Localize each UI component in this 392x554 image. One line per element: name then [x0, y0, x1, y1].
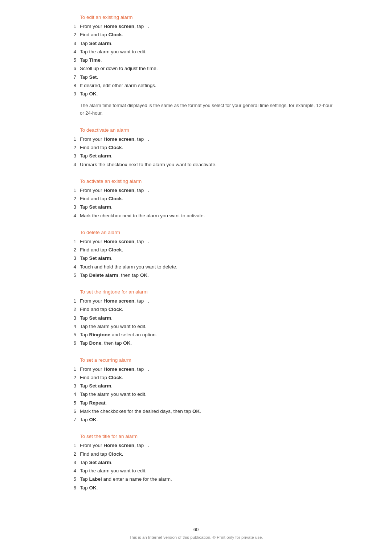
step-text: Tap Label and enter a name for the alarm… [80, 476, 334, 483]
list-item: 2 Find and tap Clock. [58, 374, 334, 381]
step-text: Tap Set alarm. [80, 382, 334, 390]
list-item: 6 Mark the checkboxes for the desired da… [58, 408, 334, 415]
step-number: 3 [58, 40, 80, 47]
step-text: Tap OK. [80, 416, 334, 423]
step-number: 7 [58, 416, 80, 423]
list-item: 2 Find and tap Clock. [58, 246, 334, 254]
step-number: 3 [58, 315, 80, 322]
list-item: 7 Tap Set. [58, 74, 334, 81]
list-item: 3 Tap Set alarm. [58, 152, 334, 160]
step-number: 3 [58, 204, 80, 211]
step-text: Tap Set alarm. [80, 255, 334, 262]
list-item: 4 Unmark the checkbox next to the alarm … [58, 161, 334, 168]
step-number: 6 [58, 65, 80, 72]
step-number: 5 [58, 272, 80, 279]
step-number: 1 [58, 297, 80, 305]
step-number: 1 [58, 238, 80, 245]
section-title-activate: To activate an existing alarm [80, 178, 334, 184]
step-text: Tap Time. [80, 57, 334, 64]
step-text: From your Home screen, tap . [80, 187, 334, 194]
step-text: Tap Set alarm. [80, 204, 334, 211]
step-number: 5 [58, 57, 80, 64]
list-item: 5 Tap Delete alarm, then tap OK. [58, 272, 334, 279]
step-text: Mark the checkboxes for the desired days… [80, 408, 334, 415]
step-text: Tap Set. [80, 74, 334, 81]
step-number: 3 [58, 152, 80, 160]
step-number: 8 [58, 82, 80, 89]
step-text: Touch and hold the alarm you want to del… [80, 263, 334, 271]
step-number: 5 [58, 476, 80, 483]
step-text: Tap Ringtone and select an option. [80, 331, 334, 338]
step-text: Find and tap Clock. [80, 144, 334, 151]
step-text: From your Home screen, tap . [80, 136, 334, 143]
step-number: 6 [58, 340, 80, 347]
note-box-edit: The alarm time format displayed is the s… [80, 102, 334, 117]
list-item: 2 Find and tap Clock. [58, 31, 334, 38]
step-number: 2 [58, 451, 80, 458]
step-number: 1 [58, 23, 80, 30]
step-number: 4 [58, 323, 80, 330]
step-text: Tap Set alarm. [80, 152, 334, 160]
step-number: 3 [58, 382, 80, 390]
list-item: 3 Tap Set alarm. [58, 40, 334, 47]
list-item: 6 Tap OK. [58, 484, 334, 492]
step-text: Scroll up or down to adjust the time. [80, 65, 334, 72]
list-item: 5 Tap Label and enter a name for the ala… [58, 476, 334, 483]
list-item: 4 Tap the alarm you want to edit. [58, 48, 334, 56]
step-text: Tap Done, then tap OK. [80, 340, 334, 347]
step-text: Unmark the checkbox next to the alarm yo… [80, 161, 334, 168]
step-list-title: 1 From your Home screen, tap . 2 Find an… [58, 442, 334, 492]
list-item: 2 Find and tap Clock. [58, 306, 334, 313]
section-activate-alarm: To activate an existing alarm 1 From you… [58, 178, 334, 219]
list-item: 1 From your Home screen, tap . [58, 23, 334, 30]
list-item: 6 Tap Done, then tap OK. [58, 340, 334, 347]
page-footer: 60 This is an Internet version of this p… [0, 527, 392, 539]
step-text: Tap the alarm you want to edit. [80, 323, 334, 330]
step-number: 7 [58, 74, 80, 81]
step-list-ringtone: 1 From your Home screen, tap . 2 Find an… [58, 297, 334, 347]
list-item: 1 From your Home screen, tap . [58, 136, 334, 143]
list-item: 3 Tap Set alarm. [58, 315, 334, 322]
step-text: Tap Set alarm. [80, 459, 334, 466]
step-list-deactivate: 1 From your Home screen, tap . 2 Find an… [58, 136, 334, 168]
list-item: 2 Find and tap Clock. [58, 195, 334, 202]
list-item: 2 Find and tap Clock. [58, 144, 334, 151]
list-item: 4 Touch and hold the alarm you want to d… [58, 263, 334, 271]
step-number: 4 [58, 48, 80, 56]
step-number: 6 [58, 408, 80, 415]
step-text: Find and tap Clock. [80, 195, 334, 202]
step-number: 2 [58, 31, 80, 38]
step-number: 4 [58, 161, 80, 168]
step-text: Find and tap Clock. [80, 31, 334, 38]
step-text: From your Home screen, tap . [80, 297, 334, 305]
list-item: 3 Tap Set alarm. [58, 204, 334, 211]
list-item: 5 Tap Repeat. [58, 399, 334, 407]
footer-note: This is an Internet version of this publ… [0, 535, 392, 539]
step-number: 2 [58, 306, 80, 313]
step-number: 4 [58, 263, 80, 271]
section-set-recurring: To set a recurring alarm 1 From your Hom… [58, 357, 334, 424]
section-title-title: To set the title for an alarm [80, 434, 334, 439]
section-title-deactivate: To deactivate an alarm [80, 127, 334, 133]
step-number: 6 [58, 484, 80, 492]
step-number: 5 [58, 399, 80, 407]
list-item: 3 Tap Set alarm. [58, 255, 334, 262]
step-list-edit: 1 From your Home screen, tap . 2 Find an… [58, 23, 334, 98]
page-number: 60 [0, 527, 392, 532]
step-list-delete: 1 From your Home screen, tap . 2 Find an… [58, 238, 334, 279]
step-number: 2 [58, 246, 80, 254]
step-text: Tap Set alarm. [80, 315, 334, 322]
step-text: Tap OK. [80, 90, 334, 98]
section-set-title: To set the title for an alarm 1 From you… [58, 434, 334, 492]
step-text: Tap the alarm you want to edit. [80, 467, 334, 475]
step-number: 9 [58, 90, 80, 98]
list-item: 4 Mark the checkbox next to the alarm yo… [58, 212, 334, 219]
step-number: 3 [58, 255, 80, 262]
step-list-recurring: 1 From your Home screen, tap . 2 Find an… [58, 366, 334, 424]
step-text: Find and tap Clock. [80, 306, 334, 313]
section-title-edit: To edit an existing alarm [80, 15, 334, 20]
list-item: 4 Tap the alarm you want to edit. [58, 323, 334, 330]
step-number: 4 [58, 467, 80, 475]
list-item: 8 If desired, edit other alarm settings. [58, 82, 334, 89]
list-item: 6 Scroll up or down to adjust the time. [58, 65, 334, 72]
